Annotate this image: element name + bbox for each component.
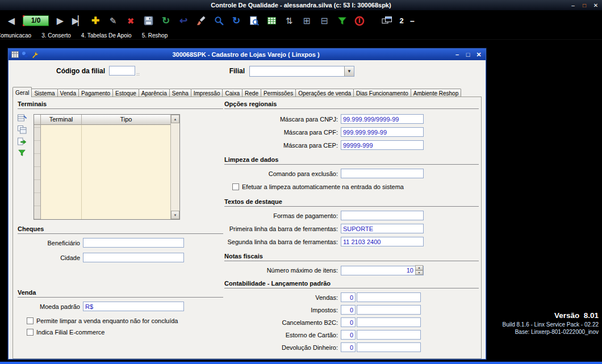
tab-sistema[interactable]: Sistema xyxy=(31,89,57,97)
spin-down-icon[interactable]: ▼ xyxy=(415,270,423,275)
checkbox-icon[interactable] xyxy=(27,329,34,336)
devolucao-dinheiro-desc-input[interactable] xyxy=(357,342,421,352)
tab-caixa[interactable]: Caixa xyxy=(222,89,243,97)
tab-dias-funcionamento[interactable]: Dias Funcionamento xyxy=(353,89,411,97)
primeira-linha-input[interactable] xyxy=(341,224,424,233)
clean-button[interactable] xyxy=(195,15,207,27)
grid-main: Terminal Tipo xyxy=(41,115,170,219)
sync-button[interactable]: ↻ xyxy=(230,15,243,27)
beneficiario-input[interactable] xyxy=(83,238,184,248)
tools-button[interactable] xyxy=(31,51,39,58)
mdi-close-button[interactable]: ✕ xyxy=(475,51,483,58)
group-header-limpeza: Limpeza de dados xyxy=(224,156,479,165)
mascara-cpf-input[interactable] xyxy=(341,127,424,137)
menu-item-tabelas-de-apoio[interactable]: 4. Tabelas De Apoio xyxy=(81,32,132,39)
checkbox-limpeza-automatica[interactable]: Efetuar a limpeza automaticamente na ent… xyxy=(232,183,404,190)
group-header-opcoes-regionais: Opções regionais xyxy=(224,101,479,109)
impostos-code-input[interactable] xyxy=(341,305,356,315)
tab-senha[interactable]: Senha xyxy=(169,89,191,97)
scroll-down-icon[interactable]: ▼ xyxy=(171,211,179,219)
app-titlebar: Controle De Qualidade - alessandra.silva… xyxy=(0,0,602,10)
export-rows-button[interactable] xyxy=(18,137,29,145)
cancelamento-b2c-desc-input[interactable] xyxy=(357,317,421,327)
column-header-terminal[interactable]: Terminal xyxy=(41,115,82,125)
checkbox-permite-limpar-venda[interactable]: Permite limpar a venda enquanto não for … xyxy=(27,317,178,324)
tab-strip: Geral Sistema Venda Pagamento Estoque Ap… xyxy=(12,87,461,97)
tab-permissoes[interactable]: Permissões xyxy=(261,89,296,97)
filter-rows-button[interactable] xyxy=(18,149,29,157)
tab-ambiente-reshop[interactable]: Ambiente Reshop xyxy=(411,89,462,97)
checkbox-indica-filial-ecommerce[interactable]: Indica Filial E-commerce xyxy=(27,329,104,336)
cascade-windows-button[interactable] xyxy=(381,15,393,27)
add-record-button[interactable]: ✚ xyxy=(89,15,102,27)
devolucao-dinheiro-code-input[interactable] xyxy=(341,342,356,352)
copy-rows-button[interactable] xyxy=(18,125,29,134)
components-button[interactable] xyxy=(22,51,28,58)
estorno-cartao-desc-input[interactable] xyxy=(357,330,421,340)
remove-query-button[interactable]: ⊟ xyxy=(318,15,331,27)
sort-button[interactable]: ⇅ xyxy=(283,15,295,27)
tab-rede[interactable]: Rede xyxy=(242,89,261,97)
formas-pagamento-input[interactable] xyxy=(341,211,424,220)
spreadsheet-button[interactable] xyxy=(265,15,278,27)
mdi-titlebar[interactable]: 300068SPK - Cadastro de Lojas Varejo ( L… xyxy=(9,49,486,60)
codigo-filial-input[interactable] xyxy=(109,66,135,76)
minimize-icon[interactable]: – xyxy=(569,2,577,9)
mdi-minimize-button[interactable]: – xyxy=(453,51,461,58)
maximize-icon[interactable]: □ xyxy=(580,2,588,9)
filter-button[interactable] xyxy=(336,15,348,27)
tab-impressao[interactable]: Impressão xyxy=(191,89,223,97)
comando-exclusao-input[interactable] xyxy=(341,169,424,178)
grid-tool-button[interactable] xyxy=(11,51,19,58)
refresh-record-button[interactable]: ↻ xyxy=(160,15,172,27)
close-icon[interactable]: ✕ xyxy=(592,2,600,9)
menu-item-conserto[interactable]: 3. Conserto xyxy=(41,32,71,39)
max-itens-input[interactable] xyxy=(341,266,424,275)
insert-row-button[interactable] xyxy=(18,114,29,122)
vendas-code-input[interactable] xyxy=(341,292,356,302)
mascara-cnpj-input[interactable] xyxy=(341,114,424,124)
column-header-tipo[interactable]: Tipo xyxy=(82,115,170,125)
floppy-icon xyxy=(144,16,153,26)
collapse-toolbar-button[interactable]: – xyxy=(410,16,415,26)
chevron-down-icon: ▼ xyxy=(347,69,352,74)
cidade-input[interactable] xyxy=(83,253,184,262)
segunda-linha-input[interactable] xyxy=(341,237,424,246)
preview-button[interactable] xyxy=(248,15,260,27)
stop-button[interactable] xyxy=(353,15,366,27)
tab-operacoes-de-venda[interactable]: Operações de venda xyxy=(295,89,354,97)
scroll-up-icon[interactable]: ▲ xyxy=(171,115,179,123)
grid-scrollbar[interactable]: ▲ ▼ xyxy=(170,115,179,219)
estorno-cartao-code-input[interactable] xyxy=(341,330,356,340)
combo-dropdown-button[interactable]: ▼ xyxy=(344,66,354,76)
menu-item-comunicacao[interactable]: Comunicacao xyxy=(0,32,31,39)
grid-body[interactable] xyxy=(41,125,170,219)
cancelamento-b2c-code-input[interactable] xyxy=(341,317,356,327)
spin-up-icon[interactable]: ▲ xyxy=(415,265,423,270)
terminais-grid[interactable]: Terminal Tipo ▲ ▼ xyxy=(34,114,180,220)
search-button[interactable] xyxy=(212,15,225,27)
edit-record-button[interactable]: ✎ xyxy=(107,15,119,27)
moeda-padrao-input[interactable] xyxy=(83,302,184,311)
tab-estoque[interactable]: Estoque xyxy=(112,89,139,97)
next-record-button[interactable]: ▶ xyxy=(54,15,66,27)
mdi-maximize-button[interactable]: □ xyxy=(464,51,472,58)
tab-aparencia[interactable]: Aparência xyxy=(139,89,170,97)
save-button[interactable] xyxy=(142,15,154,27)
last-record-button[interactable]: ▶▏ xyxy=(72,15,84,27)
delete-record-button[interactable]: ✖ xyxy=(124,15,137,27)
primeira-linha-label: Primeira linha da barra de ferramentas: xyxy=(224,225,338,232)
vendas-desc-input[interactable] xyxy=(357,292,421,302)
filial-combo[interactable]: ▼ xyxy=(249,66,354,77)
checkbox-icon[interactable] xyxy=(232,183,239,190)
tab-geral[interactable]: Geral xyxy=(12,87,32,97)
undo-button[interactable]: ↩ xyxy=(177,15,190,27)
impostos-desc-input[interactable] xyxy=(357,305,421,315)
first-record-button[interactable]: ◀ xyxy=(5,15,18,27)
tab-venda[interactable]: Venda xyxy=(57,89,79,97)
add-query-button[interactable]: ⊞ xyxy=(300,15,313,27)
mascara-cep-input[interactable] xyxy=(341,140,424,150)
checkbox-icon[interactable] xyxy=(27,317,34,324)
menu-item-reshop[interactable]: 5. Reshop xyxy=(142,32,168,39)
tab-pagamento[interactable]: Pagamento xyxy=(78,89,113,97)
